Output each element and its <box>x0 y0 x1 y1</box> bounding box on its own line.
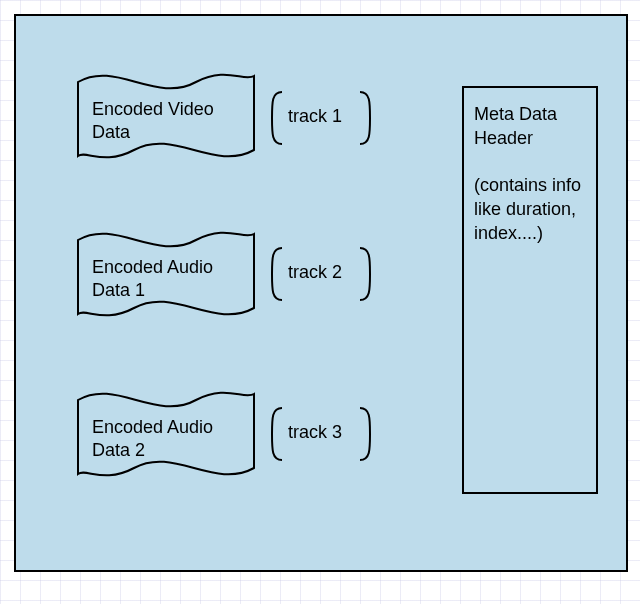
meta-data-header-box: Meta Data Header (contains info like dur… <box>462 86 598 494</box>
meta-subtitle: (contains info like duration, index....) <box>474 173 586 246</box>
track-bracket: track 3 <box>266 404 376 464</box>
track-label: track 1 <box>288 106 342 127</box>
encoded-data-flag: Encoded Audio Data 2 <box>76 382 256 486</box>
encoded-data-label: Encoded Video Data <box>92 98 242 143</box>
track-bracket: track 1 <box>266 88 376 148</box>
encoded-data-flag: Encoded Audio Data 1 <box>76 222 256 326</box>
track-label: track 3 <box>288 422 342 443</box>
meta-title: Meta Data Header <box>474 102 586 151</box>
track-label: track 2 <box>288 262 342 283</box>
track-bracket: track 2 <box>266 244 376 304</box>
encoded-data-flag: Encoded Video Data <box>76 64 256 168</box>
encoded-data-label: Encoded Audio Data 2 <box>92 416 242 461</box>
encoded-data-label: Encoded Audio Data 1 <box>92 256 242 301</box>
diagram-container: Encoded Video Data track 1 Encoded Audio… <box>14 14 628 572</box>
